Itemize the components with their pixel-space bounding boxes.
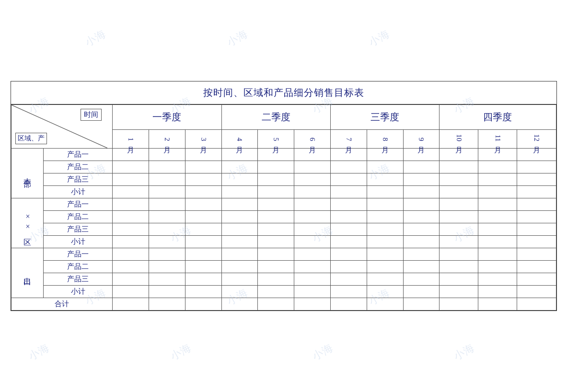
data-cell[interactable] <box>330 149 367 161</box>
data-cell[interactable] <box>517 236 556 248</box>
data-cell[interactable] <box>221 161 258 173</box>
data-cell[interactable] <box>113 149 149 161</box>
data-cell[interactable] <box>367 186 403 198</box>
data-cell[interactable] <box>294 149 331 161</box>
data-cell[interactable] <box>258 186 294 198</box>
data-cell[interactable] <box>517 273 556 286</box>
total-cell[interactable] <box>440 298 478 311</box>
data-cell[interactable] <box>294 286 331 298</box>
data-cell[interactable] <box>478 248 517 261</box>
data-cell[interactable] <box>113 286 149 298</box>
data-cell[interactable] <box>517 198 556 211</box>
data-cell[interactable] <box>330 198 367 211</box>
data-cell[interactable] <box>367 261 403 273</box>
data-cell[interactable] <box>517 173 556 186</box>
total-cell[interactable] <box>478 298 517 311</box>
data-cell[interactable] <box>149 261 185 273</box>
data-cell[interactable] <box>330 236 367 248</box>
data-cell[interactable] <box>330 186 367 198</box>
data-cell[interactable] <box>149 211 185 223</box>
total-cell[interactable] <box>517 298 556 311</box>
data-cell[interactable] <box>221 248 258 261</box>
data-cell[interactable] <box>403 198 440 211</box>
data-cell[interactable] <box>294 248 331 261</box>
data-cell[interactable] <box>149 173 185 186</box>
data-cell[interactable] <box>440 211 478 223</box>
data-cell[interactable] <box>149 248 185 261</box>
data-cell[interactable] <box>367 211 403 223</box>
data-cell[interactable] <box>113 223 149 236</box>
data-cell[interactable] <box>113 173 149 186</box>
data-cell[interactable] <box>440 273 478 286</box>
data-cell[interactable] <box>258 236 294 248</box>
data-cell[interactable] <box>478 173 517 186</box>
data-cell[interactable] <box>517 223 556 236</box>
data-cell[interactable] <box>294 223 331 236</box>
data-cell[interactable] <box>403 211 440 223</box>
total-cell[interactable] <box>113 298 149 311</box>
data-cell[interactable] <box>517 248 556 261</box>
data-cell[interactable] <box>330 273 367 286</box>
data-cell[interactable] <box>330 248 367 261</box>
total-cell[interactable] <box>185 298 221 311</box>
data-cell[interactable] <box>258 223 294 236</box>
data-cell[interactable] <box>294 173 331 186</box>
total-cell[interactable] <box>367 298 403 311</box>
data-cell[interactable] <box>149 198 185 211</box>
total-cell[interactable] <box>294 298 331 311</box>
data-cell[interactable] <box>185 186 221 198</box>
data-cell[interactable] <box>258 248 294 261</box>
data-cell[interactable] <box>403 286 440 298</box>
data-cell[interactable] <box>330 261 367 273</box>
total-cell[interactable] <box>403 298 440 311</box>
data-cell[interactable] <box>113 236 149 248</box>
total-cell[interactable] <box>221 298 258 311</box>
data-cell[interactable] <box>113 211 149 223</box>
data-cell[interactable] <box>403 149 440 161</box>
data-cell[interactable] <box>149 286 185 298</box>
data-cell[interactable] <box>517 286 556 298</box>
data-cell[interactable] <box>517 149 556 161</box>
data-cell[interactable] <box>113 198 149 211</box>
data-cell[interactable] <box>221 261 258 273</box>
data-cell[interactable] <box>478 273 517 286</box>
data-cell[interactable] <box>185 261 221 273</box>
data-cell[interactable] <box>258 198 294 211</box>
data-cell[interactable] <box>367 161 403 173</box>
data-cell[interactable] <box>185 173 221 186</box>
data-cell[interactable] <box>367 248 403 261</box>
data-cell[interactable] <box>403 236 440 248</box>
data-cell[interactable] <box>113 161 149 173</box>
data-cell[interactable] <box>258 173 294 186</box>
data-cell[interactable] <box>478 286 517 298</box>
data-cell[interactable] <box>440 149 478 161</box>
data-cell[interactable] <box>258 286 294 298</box>
data-cell[interactable] <box>367 149 403 161</box>
data-cell[interactable] <box>294 198 331 211</box>
data-cell[interactable] <box>294 261 331 273</box>
data-cell[interactable] <box>478 236 517 248</box>
data-cell[interactable] <box>185 236 221 248</box>
data-cell[interactable] <box>149 186 185 198</box>
data-cell[interactable] <box>185 223 221 236</box>
data-cell[interactable] <box>149 236 185 248</box>
data-cell[interactable] <box>221 186 258 198</box>
data-cell[interactable] <box>258 149 294 161</box>
data-cell[interactable] <box>330 211 367 223</box>
data-cell[interactable] <box>221 273 258 286</box>
data-cell[interactable] <box>330 223 367 236</box>
data-cell[interactable] <box>440 223 478 236</box>
data-cell[interactable] <box>221 173 258 186</box>
data-cell[interactable] <box>221 223 258 236</box>
data-cell[interactable] <box>478 223 517 236</box>
data-cell[interactable] <box>440 261 478 273</box>
data-cell[interactable] <box>330 173 367 186</box>
data-cell[interactable] <box>478 198 517 211</box>
data-cell[interactable] <box>149 149 185 161</box>
data-cell[interactable] <box>258 211 294 223</box>
data-cell[interactable] <box>113 261 149 273</box>
data-cell[interactable] <box>367 286 403 298</box>
data-cell[interactable] <box>294 236 331 248</box>
data-cell[interactable] <box>185 248 221 261</box>
data-cell[interactable] <box>403 248 440 261</box>
